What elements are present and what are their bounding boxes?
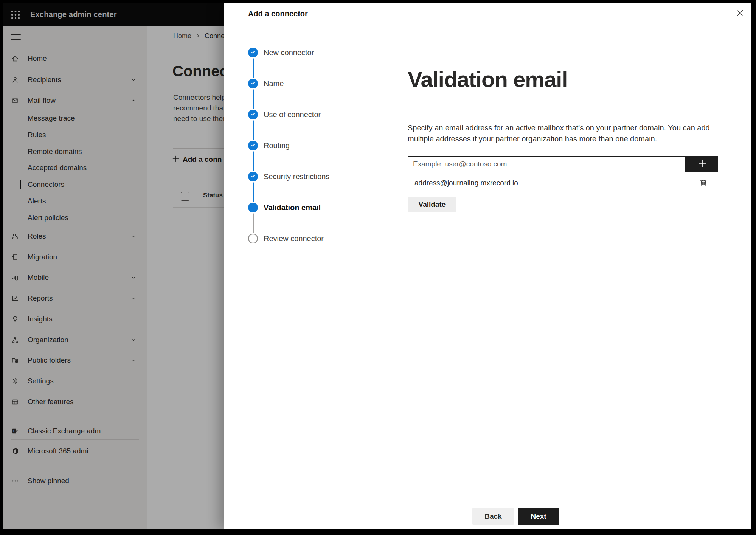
step-connector-line xyxy=(253,58,254,78)
step-description-line: Specify an email address for an active m… xyxy=(408,123,710,133)
email-address-row: address@journaling.mxrecord.io xyxy=(408,176,722,190)
step-label: Validation email xyxy=(264,202,321,213)
close-button[interactable] xyxy=(734,8,745,19)
step-circle-done xyxy=(248,141,258,150)
wizard-step-panel: Validation email Specify an email addres… xyxy=(380,24,751,501)
check-icon xyxy=(250,173,256,180)
step-connector-line xyxy=(253,120,254,140)
wizard-stepper xyxy=(224,24,380,501)
step-circle-done xyxy=(248,172,258,181)
close-icon xyxy=(736,9,744,18)
step-connector-line xyxy=(253,151,254,171)
check-icon xyxy=(250,49,256,56)
check-icon xyxy=(250,80,256,87)
step-connector-line xyxy=(253,213,254,233)
step-connector-line xyxy=(253,182,254,202)
validate-button[interactable]: Validate xyxy=(408,197,456,212)
email-input-row xyxy=(408,156,718,172)
step-description: Specify an email address for an active m… xyxy=(408,123,710,144)
screen: Exchange admin center HomeRecipientsMail… xyxy=(3,3,751,529)
email-address-list: address@journaling.mxrecord.io xyxy=(408,176,722,190)
check-icon xyxy=(250,111,256,118)
step-label: Security restrictions xyxy=(264,171,330,182)
wizard-header: Add a connector xyxy=(224,3,751,24)
check-icon xyxy=(250,142,256,149)
email-address-value: address@journaling.mxrecord.io xyxy=(414,176,518,190)
back-button[interactable]: Back xyxy=(472,508,514,525)
step-label: Name xyxy=(264,78,284,89)
step-circle-done xyxy=(248,110,258,119)
step-heading: Validation email xyxy=(408,67,567,91)
step-circle-done xyxy=(248,48,258,57)
add-email-button[interactable] xyxy=(686,156,718,172)
add-connector-wizard: Add a connector Validation email Specify… xyxy=(224,3,751,529)
step-label: Use of connector xyxy=(264,109,321,120)
step-connector-line xyxy=(253,89,254,109)
wizard-title: Add a connector xyxy=(248,3,308,24)
delete-address-button[interactable] xyxy=(699,178,708,188)
plus-icon xyxy=(697,159,707,170)
wizard-footer: Back Next xyxy=(224,501,751,529)
step-circle-upcoming xyxy=(248,234,258,243)
validation-email-input[interactable] xyxy=(408,156,686,172)
step-circle-done xyxy=(248,79,258,88)
step-label: Routing xyxy=(264,140,290,151)
next-button[interactable]: Next xyxy=(518,508,559,525)
address-list-divider xyxy=(408,192,722,192)
step-circle-current xyxy=(248,203,258,212)
trash-icon xyxy=(699,183,708,189)
step-label: Review connector xyxy=(264,233,324,244)
step-label: New connector xyxy=(264,47,314,58)
step-description-line: multiple addresses if your partner organ… xyxy=(408,133,710,144)
